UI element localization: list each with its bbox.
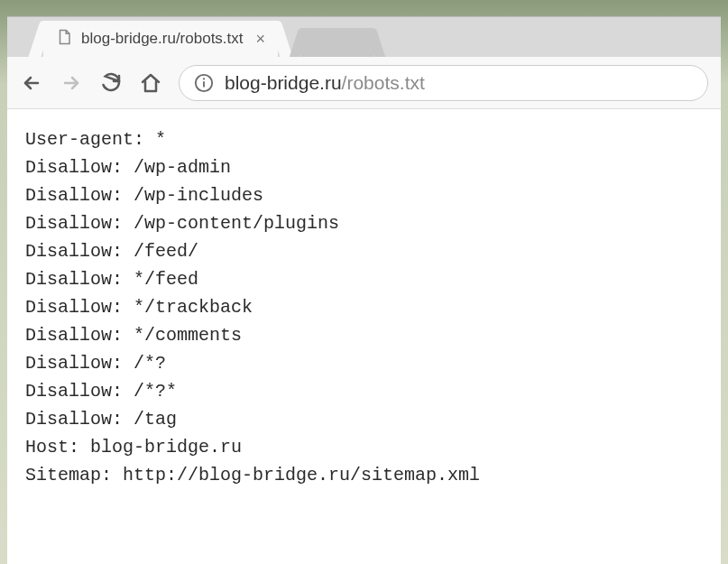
close-icon[interactable]: × bbox=[256, 30, 266, 49]
file-icon bbox=[56, 29, 72, 49]
address-bar[interactable]: blog-bridge.ru/robots.txt bbox=[179, 65, 708, 101]
browser-tab-active[interactable]: blog-bridge.ru/robots.txt × bbox=[43, 21, 278, 57]
reload-button[interactable] bbox=[99, 71, 123, 95]
tab-strip: blog-bridge.ru/robots.txt × bbox=[7, 17, 721, 57]
tab-title: blog-bridge.ru/robots.txt bbox=[81, 30, 244, 48]
page-content: User-agent: * Disallow: /wp-admin Disall… bbox=[7, 109, 721, 564]
url-path: /robots.txt bbox=[342, 72, 425, 94]
url-host: blog-bridge.ru bbox=[225, 72, 342, 94]
toolbar: blog-bridge.ru/robots.txt bbox=[7, 57, 721, 109]
new-tab-button[interactable] bbox=[301, 28, 373, 57]
svg-point-2 bbox=[203, 78, 205, 79]
back-button[interactable] bbox=[20, 71, 43, 95]
home-button[interactable] bbox=[139, 71, 162, 95]
browser-window: blog-bridge.ru/robots.txt × bbox=[7, 16, 721, 564]
site-info-icon[interactable] bbox=[194, 73, 214, 93]
forward-button bbox=[60, 71, 83, 95]
